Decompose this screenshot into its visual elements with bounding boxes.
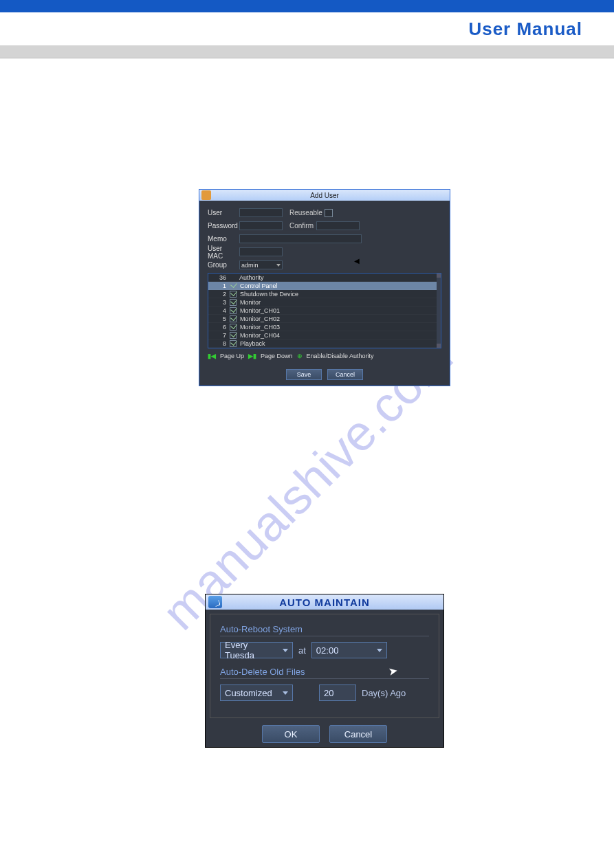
authority-checkbox[interactable] (230, 340, 237, 347)
enable-label[interactable]: Enable/Disable Authority (307, 353, 374, 359)
usermac-input[interactable] (239, 247, 283, 256)
reboot-day-select[interactable]: Every Tuesda (220, 642, 293, 658)
authority-row[interactable]: 4Monitor_CH01 (208, 307, 441, 315)
authority-scrollbar[interactable] (437, 274, 441, 348)
authority-checkbox[interactable] (230, 307, 237, 314)
cancel-button[interactable]: Cancel (329, 725, 387, 743)
authority-row-num: 7 (208, 332, 230, 339)
grey-strip (0, 45, 614, 58)
authority-row[interactable]: 6Monitor_CH03 (208, 323, 441, 331)
chevron-down-icon (283, 691, 288, 695)
authority-row-num: 1 (208, 282, 230, 289)
confirm-label: Confirm (289, 222, 314, 230)
authority-checkbox[interactable] (230, 315, 237, 322)
days-suffix: Day(s) Ago (362, 688, 406, 698)
authority-row-label: Control Panel (240, 282, 441, 289)
authority-header-label: Authority (239, 274, 441, 281)
enable-icon: ⊕ (297, 353, 303, 359)
memo-input[interactable] (239, 234, 362, 243)
authority-row[interactable]: 9Playback_CH01 (208, 348, 441, 348)
group-label: Group (208, 261, 239, 269)
group-value: admin (241, 262, 259, 269)
auto-maintain-dialog: AUTO MAINTAIN Auto-Reboot System Every T… (205, 594, 444, 748)
user-label: User (208, 209, 239, 216)
authority-checkbox[interactable] (230, 282, 237, 289)
page-area: manualshive.com Add User User Reuseable … (0, 58, 614, 868)
authority-row-num: 6 (208, 324, 230, 331)
auto-maintain-titlebar: AUTO MAINTAIN (206, 594, 443, 610)
authority-row-num: 4 (208, 307, 230, 314)
add-user-titlebar: Add User (199, 190, 450, 201)
authority-row[interactable]: 2Shutdown the Device (208, 290, 441, 298)
authority-row-num: 2 (208, 291, 230, 298)
authority-list[interactable]: 36 Authority 1Control Panel2Shutdown the… (208, 273, 441, 348)
add-user-title: Add User (199, 192, 450, 199)
add-user-body: User Reuseable Password Confirm Memo Use… (199, 201, 450, 386)
header-title: User Manual (468, 19, 582, 40)
authority-row-label: Monitor_CH03 (240, 324, 441, 331)
days-input[interactable]: 20 (319, 685, 356, 701)
authority-row[interactable]: 7Monitor_CH04 (208, 331, 441, 340)
authority-row[interactable]: 3Monitor (208, 298, 441, 307)
reboot-time-select[interactable]: 02:00 (311, 642, 387, 658)
authority-row-num: 5 (208, 315, 230, 322)
authority-checkbox[interactable] (230, 291, 237, 298)
authority-checkbox[interactable] (230, 324, 237, 331)
scroll-down-icon[interactable] (437, 344, 441, 348)
save-button[interactable]: Save (286, 369, 322, 380)
reboot-time-value: 02:00 (316, 645, 339, 656)
reuseable-checkbox[interactable] (325, 209, 333, 217)
pagedown-icon: ▶▮ (248, 353, 256, 359)
chevron-down-icon (276, 264, 281, 267)
authority-row-label: Monitor_CH01 (240, 307, 441, 314)
paging-row: ▮◀ Page Up ▶▮ Page Down ⊕ Enable/Disable… (208, 353, 441, 359)
reuseable-label: Reuseable (289, 209, 322, 216)
top-blue-bar (0, 0, 614, 12)
authority-checkbox[interactable] (230, 332, 237, 339)
pageup-icon: ▮◀ (208, 353, 216, 359)
authority-row-label: Monitor (240, 299, 441, 306)
authority-row-label: Monitor_CH04 (240, 332, 441, 339)
cursor-icon: ◀ (354, 257, 360, 265)
authority-checkbox[interactable] (230, 348, 237, 349)
memo-label: Memo (208, 235, 239, 243)
chevron-down-icon (377, 649, 382, 652)
authority-row[interactable]: 5Monitor_CH02 (208, 315, 441, 323)
password-input[interactable] (239, 221, 283, 230)
authority-row-label: Playback (240, 340, 441, 347)
authority-row-label: Shutdown the Device (240, 291, 441, 298)
autoreboot-section: Auto-Reboot System (220, 624, 429, 636)
delete-mode-select[interactable]: Customized (220, 685, 293, 701)
authority-count: 36 (208, 274, 230, 281)
usermac-label: User MAC (208, 245, 239, 260)
days-value: 20 (324, 688, 333, 698)
delete-mode-value: Customized (225, 688, 272, 698)
pagedown-label[interactable]: Page Down (261, 353, 293, 359)
authority-row[interactable]: 8Playback (208, 340, 441, 348)
header-row: User Manual (0, 12, 614, 45)
auto-maintain-title: AUTO MAINTAIN (206, 597, 443, 608)
auto-maintain-body: Auto-Reboot System Every Tuesda at 02:00… (210, 614, 439, 718)
group-select[interactable]: admin (239, 260, 283, 269)
authority-row-label: Playback_CH01 (240, 348, 441, 349)
authority-row-label: Monitor_CH02 (240, 315, 441, 322)
chevron-down-icon (283, 649, 288, 652)
confirm-input[interactable] (316, 221, 360, 230)
authority-row-num: 3 (208, 299, 230, 306)
authority-checkbox[interactable] (230, 299, 237, 306)
authority-row[interactable]: 1Control Panel (208, 282, 441, 290)
authority-header: 36 Authority (208, 274, 441, 282)
scroll-up-icon[interactable] (437, 274, 441, 278)
user-input[interactable] (239, 208, 283, 217)
ok-button[interactable]: OK (262, 725, 320, 743)
cancel-button[interactable]: Cancel (327, 369, 363, 380)
add-user-dialog: Add User User Reuseable Password Confirm… (199, 189, 450, 386)
pageup-label[interactable]: Page Up (220, 353, 244, 359)
authority-row-num: 9 (208, 348, 230, 349)
reboot-day-value: Every Tuesda (225, 640, 278, 660)
at-label: at (298, 645, 306, 656)
authority-row-num: 8 (208, 340, 230, 347)
password-label: Password (208, 222, 239, 230)
